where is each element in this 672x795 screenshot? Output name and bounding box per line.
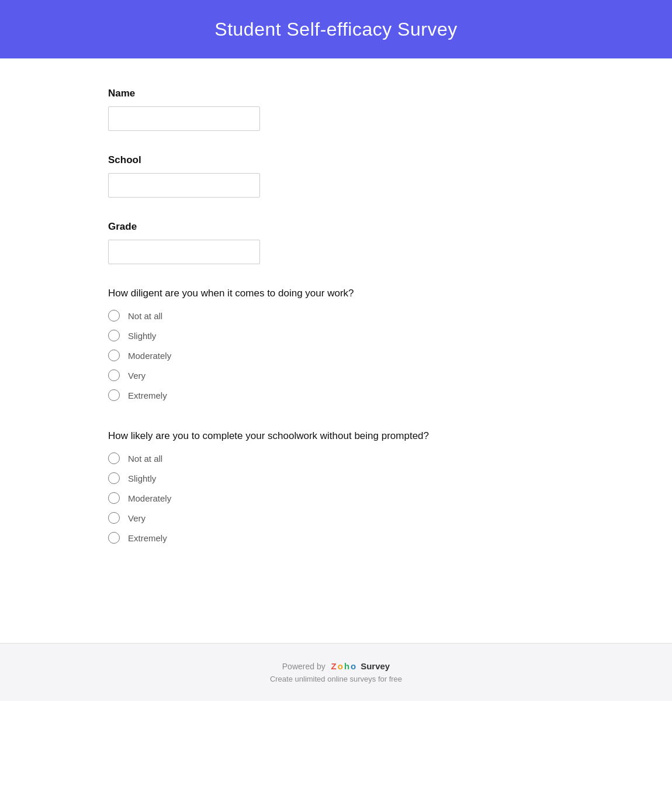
q2-label-very: Very <box>128 513 146 523</box>
q2-radio-very[interactable] <box>108 512 120 524</box>
question-1-group: How diligent are you when it comes to do… <box>108 288 564 401</box>
school-group: School <box>108 154 564 198</box>
q1-option-very[interactable]: Very <box>108 369 564 381</box>
zoho-z: Z <box>331 661 337 671</box>
main-content: Name School Grade How diligent are you w… <box>73 58 599 608</box>
q1-label-not-at-all: Not at all <box>128 311 162 321</box>
question-1-text: How diligent are you when it comes to do… <box>108 288 564 299</box>
q2-option-not-at-all[interactable]: Not at all <box>108 452 564 464</box>
q2-option-moderately[interactable]: Moderately <box>108 492 564 504</box>
zoho-logo: Zoho <box>331 661 356 671</box>
grade-group: Grade <box>108 221 564 264</box>
q1-label-moderately: Moderately <box>128 351 171 361</box>
q2-radio-moderately[interactable] <box>108 492 120 504</box>
q2-option-slightly[interactable]: Slightly <box>108 472 564 484</box>
zoho-h: h <box>344 661 349 671</box>
survey-label: Survey <box>361 661 390 671</box>
q2-label-moderately: Moderately <box>128 493 171 503</box>
q1-option-slightly[interactable]: Slightly <box>108 330 564 341</box>
q1-radio-extremely[interactable] <box>108 389 120 401</box>
q1-label-slightly: Slightly <box>128 331 156 341</box>
q1-radio-slightly[interactable] <box>108 330 120 341</box>
grade-input[interactable] <box>108 240 260 264</box>
zoho-o2: o <box>351 661 356 671</box>
q1-option-moderately[interactable]: Moderately <box>108 350 564 361</box>
q1-option-not-at-all[interactable]: Not at all <box>108 310 564 322</box>
q1-radio-very[interactable] <box>108 369 120 381</box>
school-label: School <box>108 154 564 166</box>
name-label: Name <box>108 88 564 99</box>
q2-radio-extremely[interactable] <box>108 532 120 544</box>
q2-label-not-at-all: Not at all <box>128 454 162 464</box>
page-title: Student Self-efficacy Survey <box>214 19 457 40</box>
q2-option-extremely[interactable]: Extremely <box>108 532 564 544</box>
q1-label-extremely: Extremely <box>128 390 167 400</box>
question-2-text: How likely are you to complete your scho… <box>108 430 564 442</box>
q1-radio-not-at-all[interactable] <box>108 310 120 322</box>
q2-label-slightly: Slightly <box>128 473 156 483</box>
footer: Powered by Zoho Survey Create unlimited … <box>0 643 672 701</box>
q2-radio-slightly[interactable] <box>108 472 120 484</box>
name-group: Name <box>108 88 564 131</box>
grade-label: Grade <box>108 221 564 233</box>
q1-option-extremely[interactable]: Extremely <box>108 389 564 401</box>
q2-option-very[interactable]: Very <box>108 512 564 524</box>
footer-powered-line: Powered by Zoho Survey <box>12 661 660 671</box>
school-input[interactable] <box>108 173 260 198</box>
q2-radio-not-at-all[interactable] <box>108 452 120 464</box>
q1-label-very: Very <box>128 371 146 381</box>
name-input[interactable] <box>108 106 260 131</box>
powered-by-text: Powered by <box>282 662 325 671</box>
q2-label-extremely: Extremely <box>128 533 167 543</box>
zoho-o1: o <box>338 661 343 671</box>
footer-free-text: Create unlimited online surveys for free <box>12 675 660 683</box>
q1-radio-moderately[interactable] <box>108 350 120 361</box>
header: Student Self-efficacy Survey <box>0 0 672 58</box>
question-2-group: How likely are you to complete your scho… <box>108 430 564 544</box>
